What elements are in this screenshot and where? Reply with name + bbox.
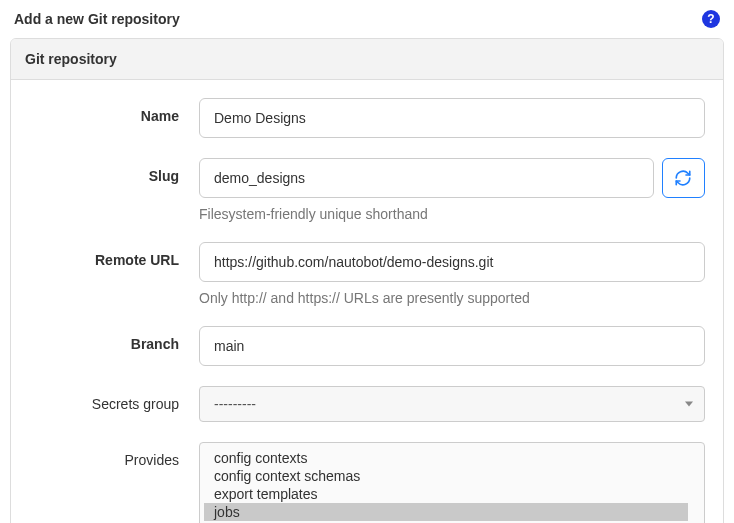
page-title: Add a new Git repository — [14, 11, 180, 27]
slug-refresh-button[interactable] — [662, 158, 705, 198]
branch-input[interactable] — [199, 326, 705, 366]
remote-url-label: Remote URL — [29, 242, 199, 268]
name-input[interactable] — [199, 98, 705, 138]
name-label: Name — [29, 98, 199, 124]
secrets-group-label: Secrets group — [29, 386, 199, 412]
slug-help-text: Filesystem-friendly unique shorthand — [199, 206, 705, 222]
provides-option[interactable]: jobs — [204, 503, 688, 521]
branch-label: Branch — [29, 326, 199, 352]
remote-url-input[interactable] — [199, 242, 705, 282]
secrets-group-value: --------- — [214, 396, 256, 412]
provides-multiselect[interactable]: config contextsconfig context schemasexp… — [199, 442, 705, 523]
provides-option[interactable]: export templates — [204, 485, 688, 503]
chevron-down-icon — [685, 402, 693, 407]
remote-url-help-text: Only http:// and https:// URLs are prese… — [199, 290, 705, 306]
slug-label: Slug — [29, 158, 199, 184]
help-icon[interactable]: ? — [702, 10, 720, 28]
slug-input[interactable] — [199, 158, 654, 198]
secrets-group-select[interactable]: --------- — [199, 386, 705, 422]
refresh-icon — [674, 169, 692, 187]
panel-title: Git repository — [11, 39, 723, 80]
git-repository-panel: Git repository Name Slug — [10, 38, 724, 523]
provides-option[interactable]: config contexts — [204, 449, 688, 467]
provides-option[interactable]: config context schemas — [204, 467, 688, 485]
provides-label: Provides — [29, 442, 199, 468]
